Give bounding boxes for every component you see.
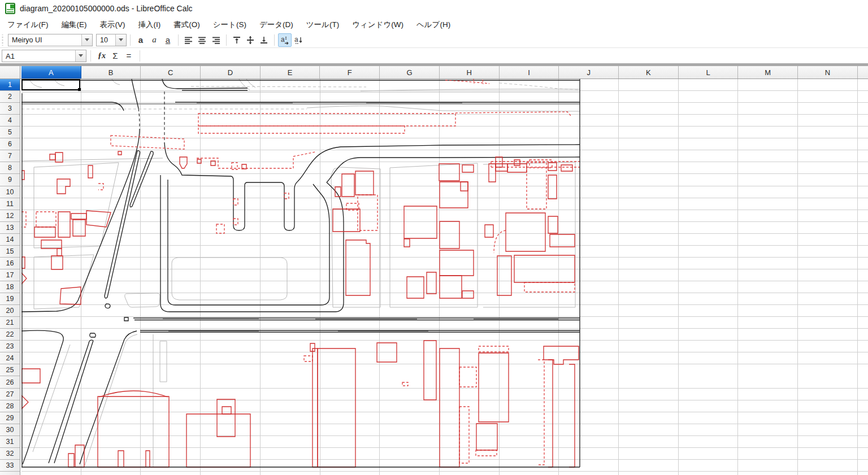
- align-center-button[interactable]: [196, 33, 209, 47]
- menu-bar: ファイル(F)編集(E)表示(V)挿入(I)書式(O)シート(S)データ(D)ツ…: [0, 17, 868, 32]
- row-header-23[interactable]: 23: [0, 341, 20, 352]
- equals-button[interactable]: =: [122, 50, 136, 62]
- align-top-button[interactable]: [230, 33, 244, 47]
- sheet-grid[interactable]: [21, 79, 868, 475]
- bold-button[interactable]: a: [134, 33, 147, 47]
- column-header-E[interactable]: E: [261, 66, 320, 79]
- underline-button[interactable]: a: [161, 33, 175, 47]
- map-path: [489, 164, 496, 182]
- column-header-L[interactable]: L: [679, 66, 739, 79]
- formula-input[interactable]: [144, 50, 868, 62]
- row-header-17[interactable]: 17: [0, 269, 20, 281]
- menu-item-edit[interactable]: 編集(E): [56, 18, 93, 32]
- row-header-14[interactable]: 14: [0, 234, 20, 246]
- menu-item-format[interactable]: 書式(O): [168, 18, 206, 32]
- row-header-15[interactable]: 15: [0, 246, 20, 258]
- row-header-28[interactable]: 28: [0, 400, 20, 412]
- column-header-overflow[interactable]: [858, 66, 868, 79]
- column-header-G[interactable]: G: [380, 66, 440, 79]
- menu-item-view[interactable]: 表示(V): [94, 18, 131, 32]
- menu-item-sheet[interactable]: シート(S): [207, 18, 252, 32]
- map-path: [479, 353, 509, 422]
- formula-bar-separator: [140, 50, 140, 62]
- column-header-N[interactable]: N: [798, 66, 858, 79]
- row-header-18[interactable]: 18: [0, 281, 20, 293]
- menu-item-insert[interactable]: 挿入(I): [133, 18, 167, 32]
- row-header-12[interactable]: 12: [0, 210, 20, 222]
- text-direction-ltr-button[interactable]: a: [278, 33, 292, 47]
- row-header-11[interactable]: 11: [0, 198, 20, 210]
- map-path: [197, 159, 201, 163]
- row-header-4[interactable]: 4: [0, 115, 20, 127]
- row-header-33[interactable]: 33: [0, 460, 20, 472]
- font-name-dropdown-button[interactable]: [81, 34, 92, 46]
- align-right-button[interactable]: [209, 33, 223, 47]
- menu-item-file[interactable]: ファイル(F): [2, 18, 54, 32]
- cell-reference[interactable]: A1: [2, 50, 75, 62]
- row-header-2[interactable]: 2: [0, 91, 20, 103]
- map-path: [233, 199, 238, 205]
- row-header-7[interactable]: 7: [0, 150, 20, 162]
- row-header-30[interactable]: 30: [0, 424, 20, 436]
- column-header-K[interactable]: K: [619, 66, 679, 79]
- formula-bar-separator: [90, 50, 91, 62]
- align-left-button[interactable]: [182, 33, 196, 47]
- column-header-H[interactable]: H: [440, 66, 500, 79]
- font-size-dropdown-button[interactable]: [115, 34, 126, 46]
- column-header-I[interactable]: I: [500, 66, 559, 79]
- row-header-24[interactable]: 24: [0, 352, 20, 364]
- italic-button[interactable]: a: [147, 33, 161, 47]
- toolbar-grip[interactable]: [1, 34, 4, 46]
- font-name-value[interactable]: Meiryo UI: [8, 34, 81, 46]
- font-size-combobox[interactable]: 10: [96, 34, 127, 46]
- align-bottom-button[interactable]: [257, 33, 271, 47]
- column-header-C[interactable]: C: [141, 66, 201, 79]
- row-header-10[interactable]: 10: [0, 186, 20, 198]
- row-header-3[interactable]: 3: [0, 103, 20, 115]
- row-header-27[interactable]: 27: [0, 389, 20, 400]
- text-direction-ttb-button[interactable]: a: [292, 33, 305, 47]
- row-header-6[interactable]: 6: [0, 138, 20, 150]
- function-wizard-button[interactable]: ƒx: [95, 50, 108, 62]
- menu-item-tools[interactable]: ツール(T): [301, 18, 345, 32]
- row-header-1[interactable]: 1: [0, 79, 20, 91]
- column-header-J[interactable]: J: [559, 66, 619, 79]
- column-header-D[interactable]: D: [201, 66, 261, 79]
- map-path: [548, 216, 558, 233]
- name-box[interactable]: A1: [2, 50, 86, 62]
- font-size-value[interactable]: 10: [97, 34, 115, 46]
- map-path: [51, 256, 63, 269]
- select-all-corner[interactable]: [0, 66, 20, 79]
- row-header-16[interactable]: 16: [0, 258, 20, 269]
- row-header-22[interactable]: 22: [0, 329, 20, 341]
- map-path: [80, 331, 137, 464]
- row-header-8[interactable]: 8: [0, 162, 20, 174]
- map-path: [459, 407, 469, 463]
- column-header-A[interactable]: A: [21, 66, 81, 79]
- row-header-29[interactable]: 29: [0, 412, 20, 424]
- align-vcenter-button[interactable]: [244, 33, 257, 47]
- menu-item-data[interactable]: データ(D): [254, 18, 299, 32]
- name-box-dropdown-button[interactable]: [75, 50, 86, 62]
- column-header-B[interactable]: B: [81, 66, 141, 79]
- row-header-20[interactable]: 20: [0, 305, 20, 317]
- row-header-13[interactable]: 13: [0, 222, 20, 234]
- row-header-5[interactable]: 5: [0, 127, 20, 138]
- row-header-21[interactable]: 21: [0, 317, 20, 329]
- row-header-31[interactable]: 31: [0, 436, 20, 448]
- map-path: [439, 164, 459, 181]
- selected-cell-outline[interactable]: [21, 79, 80, 90]
- column-header-M[interactable]: M: [738, 66, 798, 79]
- row-header-32[interactable]: 32: [0, 448, 20, 460]
- menu-item-window[interactable]: ウィンドウ(W): [346, 18, 409, 32]
- row-header-25[interactable]: 25: [0, 364, 20, 376]
- sum-button[interactable]: Σ: [108, 50, 122, 62]
- font-name-combobox[interactable]: Meiryo UI: [8, 34, 93, 46]
- menu-item-help[interactable]: ヘルプ(H): [411, 18, 456, 32]
- italic-icon: a: [152, 36, 157, 44]
- column-header-F[interactable]: F: [320, 66, 380, 79]
- selection-fill-handle[interactable]: [78, 88, 81, 91]
- row-header-26[interactable]: 26: [0, 377, 20, 389]
- row-header-19[interactable]: 19: [0, 293, 20, 305]
- row-header-9[interactable]: 9: [0, 174, 20, 186]
